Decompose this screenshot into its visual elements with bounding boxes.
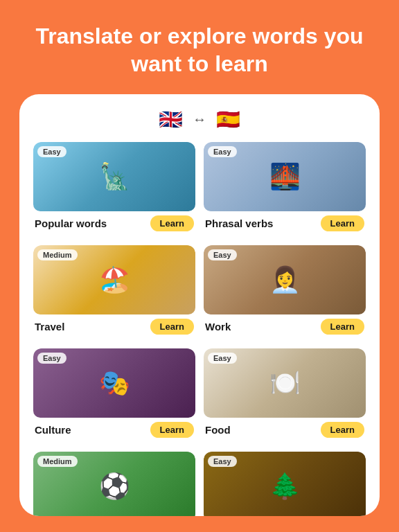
category-emoji-travel: 🏖️ (99, 265, 130, 294)
category-image-food: 🍽️ Easy (204, 348, 366, 418)
difficulty-badge-sports: Medium (37, 456, 78, 467)
language-arrow: ↔ (193, 112, 206, 127)
category-item-popular[interactable]: 🗽 Easy Popular words Learn (33, 142, 195, 237)
category-item-work[interactable]: 👩‍💼 Easy Work Learn (204, 245, 366, 340)
difficulty-badge-work: Easy (208, 249, 237, 260)
difficulty-badge-phrasal: Easy (208, 146, 237, 157)
main-card: 🇬🇧 ↔ 🇪🇸 🗽 Easy Popular words Learn 🌉 Eas… (19, 94, 380, 516)
category-footer-food: Food Learn (204, 418, 366, 443)
category-emoji-food: 🍽️ (269, 369, 301, 398)
to-language-flag[interactable]: 🇪🇸 (216, 108, 240, 131)
category-label-culture: Culture (35, 424, 71, 436)
category-image-sports: ⚽ Medium (33, 452, 195, 516)
category-label-work: Work (205, 321, 231, 332)
category-item-culture[interactable]: 🎭 Easy Culture Learn (33, 348, 195, 443)
category-footer-culture: Culture Learn (33, 418, 195, 443)
category-item-food[interactable]: 🍽️ Easy Food Learn (204, 348, 366, 443)
category-label-popular: Popular words (35, 218, 107, 229)
category-emoji-phrasal: 🌉 (269, 162, 301, 191)
category-item-sports[interactable]: ⚽ Medium Sports Learn (33, 452, 195, 516)
difficulty-badge-popular: Easy (37, 146, 66, 157)
language-selector: 🇬🇧 ↔ 🇪🇸 (33, 108, 366, 131)
category-emoji-work: 👩‍💼 (269, 265, 301, 294)
category-footer-popular: Popular words Learn (33, 211, 195, 237)
category-item-travel[interactable]: 🏖️ Medium Travel Learn (33, 245, 195, 340)
learn-button-travel[interactable]: Learn (150, 319, 194, 335)
difficulty-badge-food: Easy (208, 353, 237, 364)
from-language-flag[interactable]: 🇬🇧 (159, 108, 183, 131)
category-label-food: Food (205, 424, 231, 436)
category-image-work: 👩‍💼 Easy (204, 245, 366, 314)
learn-button-food[interactable]: Learn (321, 422, 364, 438)
page-title: Translate or explore words you want to l… (0, 0, 399, 94)
category-image-phrasal: 🌉 Easy (204, 142, 366, 211)
category-footer-phrasal: Phrasal verbs Learn (204, 211, 366, 237)
category-image-culture: 🎭 Easy (33, 348, 195, 418)
category-footer-work: Work Learn (204, 314, 366, 340)
category-emoji-nature: 🌲 (269, 472, 301, 501)
learn-button-phrasal[interactable]: Learn (321, 215, 364, 231)
category-image-nature: 🌲 Easy (204, 452, 366, 516)
category-image-popular: 🗽 Easy (33, 142, 195, 211)
category-item-nature[interactable]: 🌲 Easy Nature Learn (204, 452, 366, 516)
learn-button-popular[interactable]: Learn (150, 215, 194, 231)
categories-grid: 🗽 Easy Popular words Learn 🌉 Easy Phrasa… (33, 142, 366, 516)
category-emoji-sports: ⚽ (99, 472, 130, 501)
category-label-travel: Travel (35, 321, 64, 332)
difficulty-badge-nature: Easy (208, 456, 237, 467)
category-item-phrasal[interactable]: 🌉 Easy Phrasal verbs Learn (204, 142, 366, 237)
category-emoji-culture: 🎭 (99, 369, 130, 398)
category-footer-travel: Travel Learn (33, 314, 195, 340)
category-image-travel: 🏖️ Medium (33, 245, 195, 314)
category-emoji-popular: 🗽 (99, 162, 130, 191)
difficulty-badge-culture: Easy (37, 353, 66, 364)
difficulty-badge-travel: Medium (37, 249, 78, 260)
learn-button-work[interactable]: Learn (321, 319, 364, 335)
category-label-phrasal: Phrasal verbs (205, 218, 273, 229)
learn-button-culture[interactable]: Learn (150, 422, 194, 438)
